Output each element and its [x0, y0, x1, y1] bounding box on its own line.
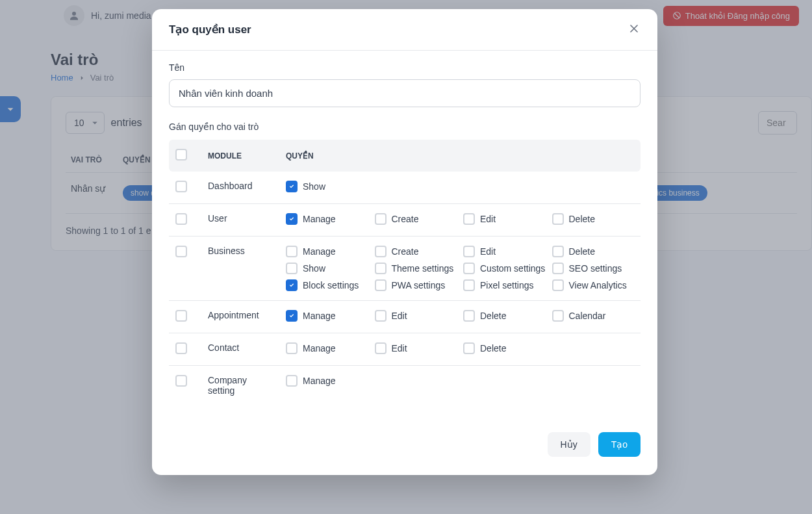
modal-title: Tạo quyền user	[169, 23, 251, 36]
permission-checkbox[interactable]	[375, 213, 387, 225]
permission-checkbox[interactable]	[463, 246, 475, 257]
permission-row: AppointmentManageEditDeleteCalendar	[169, 301, 641, 333]
permission-item[interactable]: Manage	[286, 375, 368, 387]
permission-label: Delete	[480, 343, 506, 353]
permission-checkbox[interactable]	[463, 310, 475, 322]
permission-label: Edit	[392, 311, 407, 321]
module-checkbox[interactable]	[175, 213, 187, 225]
module-name: Business	[201, 237, 279, 301]
permission-label: Delete	[480, 311, 506, 321]
permission-checkbox[interactable]	[286, 310, 298, 322]
permission-checkbox[interactable]	[463, 213, 475, 225]
permission-item[interactable]: Create	[375, 213, 457, 225]
permission-checkbox[interactable]	[286, 263, 298, 274]
module-name: Appointment	[201, 301, 279, 333]
permission-label: View Analytics	[569, 280, 627, 290]
permission-checkbox[interactable]	[286, 279, 298, 291]
permission-item[interactable]: Delete	[463, 310, 546, 322]
permission-checkbox[interactable]	[463, 279, 475, 291]
permission-label: Show	[303, 181, 325, 192]
permission-checkbox[interactable]	[375, 342, 387, 354]
permission-item[interactable]: Manage	[286, 213, 368, 225]
permission-label: Create	[392, 246, 419, 257]
module-checkbox[interactable]	[175, 375, 187, 387]
permission-label: Manage	[303, 376, 336, 386]
permission-row: ContactManageEditDelete	[169, 333, 641, 366]
module-name: Contact	[201, 333, 279, 366]
permission-item[interactable]: Edit	[463, 246, 546, 257]
permission-item[interactable]: Edit	[375, 342, 457, 354]
permission-row: DashboardShow	[169, 172, 641, 204]
permission-checkbox[interactable]	[286, 246, 298, 257]
permissions-table: MODULE QUYỀN DashboardShowUserManageCrea…	[169, 140, 641, 405]
module-checkbox[interactable]	[175, 310, 187, 322]
permission-item[interactable]: Block settings	[286, 279, 368, 291]
permission-label: Manage	[303, 343, 336, 353]
permission-checkbox[interactable]	[463, 263, 475, 274]
permission-checkbox[interactable]	[286, 342, 298, 354]
close-button[interactable]	[628, 22, 641, 37]
permission-item[interactable]: Manage	[286, 246, 368, 257]
cancel-button[interactable]: Hủy	[548, 432, 590, 457]
create-role-modal: Tạo quyền user Tên Gán quyền cho vai trò…	[152, 9, 657, 475]
permission-label: Delete	[569, 246, 595, 257]
permission-item[interactable]: Manage	[286, 310, 368, 322]
close-icon	[628, 22, 641, 35]
permission-label: Manage	[303, 311, 336, 321]
permission-label: Edit	[480, 214, 496, 224]
permission-label: Manage	[303, 214, 336, 224]
permission-item[interactable]: Pixel settings	[463, 279, 546, 291]
permission-checkbox[interactable]	[463, 342, 475, 354]
permission-item[interactable]: Delete	[552, 246, 635, 257]
name-label: Tên	[169, 62, 641, 73]
permission-checkbox[interactable]	[286, 181, 298, 192]
permission-item[interactable]: Delete	[552, 213, 635, 225]
permission-checkbox[interactable]	[286, 213, 298, 225]
create-button[interactable]: Tạo	[598, 432, 641, 457]
permission-checkbox[interactable]	[375, 279, 387, 291]
permission-row: UserManageCreateEditDelete	[169, 204, 641, 237]
module-name: User	[201, 204, 279, 237]
permission-label: Show	[303, 263, 325, 274]
permission-item[interactable]: Edit	[463, 213, 546, 225]
assign-label: Gán quyền cho vai trò	[169, 122, 641, 132]
permission-label: Manage	[303, 246, 336, 257]
permission-checkbox[interactable]	[552, 310, 564, 322]
permission-label: PWA settings	[392, 280, 446, 290]
permission-item[interactable]: Show	[286, 181, 368, 192]
module-checkbox[interactable]	[175, 181, 187, 192]
permission-checkbox[interactable]	[375, 263, 387, 274]
permission-checkbox[interactable]	[375, 246, 387, 257]
name-input[interactable]	[169, 79, 641, 107]
permission-item[interactable]: Show	[286, 263, 368, 274]
permission-item[interactable]: Calendar	[552, 310, 635, 322]
select-all-checkbox[interactable]	[175, 149, 187, 161]
th-perms: QUYỀN	[279, 140, 641, 172]
permission-label: SEO settings	[569, 263, 622, 274]
permission-item[interactable]: Edit	[375, 310, 457, 322]
permission-item[interactable]: Delete	[463, 342, 546, 354]
permission-label: Theme settings	[392, 263, 454, 274]
permission-item[interactable]: PWA settings	[375, 279, 457, 291]
permission-label: Block settings	[303, 280, 359, 290]
permission-checkbox[interactable]	[552, 213, 564, 225]
permission-checkbox[interactable]	[552, 279, 564, 291]
permission-checkbox[interactable]	[375, 310, 387, 322]
module-name: Company setting	[201, 366, 279, 405]
permission-row: BusinessManageCreateEditDeleteShowTheme …	[169, 237, 641, 301]
permission-item[interactable]: Manage	[286, 342, 368, 354]
permission-label: Custom settings	[480, 263, 545, 274]
permission-item[interactable]: Create	[375, 246, 457, 257]
permission-label: Create	[392, 214, 419, 224]
permission-checkbox[interactable]	[286, 375, 298, 387]
module-checkbox[interactable]	[175, 342, 187, 354]
permission-item[interactable]: Theme settings	[375, 263, 457, 274]
permission-row: Company settingManage	[169, 366, 641, 405]
permission-item[interactable]: Custom settings	[463, 263, 546, 274]
permission-checkbox[interactable]	[552, 263, 564, 274]
permission-checkbox[interactable]	[552, 246, 564, 257]
permission-item[interactable]: View Analytics	[552, 279, 635, 291]
permission-label: Edit	[480, 246, 496, 257]
permission-item[interactable]: SEO settings	[552, 263, 635, 274]
module-checkbox[interactable]	[175, 246, 187, 257]
